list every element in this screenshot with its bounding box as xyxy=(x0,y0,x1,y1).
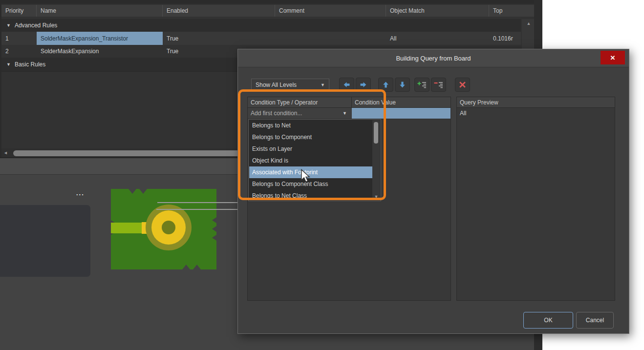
enabled-cell: True xyxy=(163,32,275,45)
ok-button[interactable]: OK xyxy=(523,312,573,329)
scroll-left-icon[interactable]: ◄ xyxy=(3,150,8,155)
rules-table-header: Priority Name Enabled Comment Object Mat… xyxy=(1,5,534,17)
arrow-right-icon xyxy=(360,81,367,88)
column-header-object-match[interactable]: Object Match xyxy=(386,5,489,17)
top-cell: 0.1016r xyxy=(489,32,521,45)
screenshot-stage: Priority Name Enabled Comment Object Mat… xyxy=(0,0,644,350)
collapse-triangle-icon[interactable]: ▼ xyxy=(6,23,11,28)
scroll-up-icon[interactable]: ▲ xyxy=(522,21,536,26)
group-label: Basic Rules xyxy=(15,61,45,68)
priority-cell: 1 xyxy=(1,32,37,45)
query-preview-header: Query Preview xyxy=(457,97,615,108)
table-row[interactable]: 1 SolderMaskExpansion_Transistor True Al… xyxy=(1,32,521,45)
dialog-title: Building Query from Board xyxy=(238,49,629,67)
comment-cell xyxy=(275,32,386,45)
arrow-down-icon xyxy=(399,81,406,88)
close-button[interactable]: ✕ xyxy=(601,51,625,64)
name-cell[interactable]: SolderMaskExpansion xyxy=(37,45,163,58)
delete-x-icon xyxy=(459,81,466,88)
query-preview-panel: Query Preview All xyxy=(456,97,615,301)
column-header-comment[interactable]: Comment xyxy=(275,5,386,17)
more-button[interactable]: ... xyxy=(76,191,91,199)
chevron-down-icon: ▼ xyxy=(321,82,329,87)
guide-line xyxy=(156,209,237,210)
add-rule-icon xyxy=(417,81,427,89)
delete-button[interactable] xyxy=(455,78,470,92)
remove-condition-button[interactable] xyxy=(431,78,446,92)
cancel-button[interactable]: Cancel xyxy=(576,312,614,329)
copper-trace xyxy=(111,223,145,233)
name-cell-selected[interactable]: SolderMaskExpansion_Transistor xyxy=(37,32,163,45)
group-row-advanced-rules[interactable]: ▼ Advanced Rules xyxy=(1,19,521,32)
column-header-enabled[interactable]: Enabled xyxy=(163,5,275,17)
guide-line xyxy=(157,202,237,203)
move-down-button[interactable] xyxy=(395,78,410,92)
mouse-cursor-icon xyxy=(301,169,310,183)
add-condition-button[interactable] xyxy=(414,78,429,92)
group-label: Advanced Rules xyxy=(15,22,57,29)
column-header-priority[interactable]: Priority xyxy=(1,5,37,17)
level-filter-value: Show All Levels xyxy=(252,82,321,88)
query-preview-value: All xyxy=(460,110,466,117)
object-match-cell: All xyxy=(386,32,489,45)
close-icon: ✕ xyxy=(610,54,616,62)
collapse-triangle-icon[interactable]: ▼ xyxy=(6,62,11,67)
dialog-titlebar[interactable]: Building Query from Board ✕ xyxy=(238,49,629,67)
component-body-shape xyxy=(0,205,90,277)
pad-drill-hole xyxy=(162,221,175,234)
remove-rule-icon xyxy=(434,81,443,89)
column-header-top[interactable]: Top xyxy=(489,5,534,17)
priority-cell: 2 xyxy=(1,45,37,58)
annotation-highlight-box xyxy=(238,89,386,200)
arrow-up-icon xyxy=(382,81,389,88)
arrow-left-icon xyxy=(343,81,350,88)
column-header-name[interactable]: Name xyxy=(37,5,163,17)
